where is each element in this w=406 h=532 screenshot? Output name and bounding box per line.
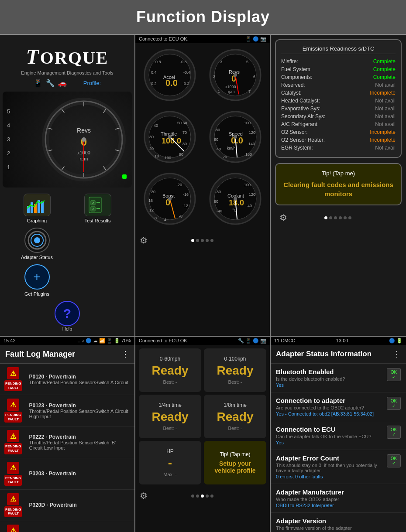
fault-item-5[interactable]: ⚠ PENDINGFAULT P110F - Powertrain xyxy=(0,521,134,532)
em-dot-3[interactable] xyxy=(334,216,337,219)
adapter-section-5: Adapter Version The firmware version of … xyxy=(271,513,406,532)
svg-text:120: 120 xyxy=(249,130,255,135)
perf-status-text: Connected to ECU OK. xyxy=(139,338,189,344)
dot-5[interactable] xyxy=(210,239,213,242)
svg-text:0.4: 0.4 xyxy=(151,70,157,75)
svg-text:20: 20 xyxy=(223,155,227,159)
svg-text:40: 40 xyxy=(217,147,221,151)
perf-tip-box[interactable]: Tip! (Tap me) Setup your vehicle profile xyxy=(204,441,266,484)
emission-value-7: Not avail xyxy=(375,113,396,119)
emission-value-8: Not avail xyxy=(375,121,396,127)
adapter-section-inner-4: Adapter Manufacturer Who made the OBD2 a… xyxy=(276,488,401,508)
perf-dot-3[interactable] xyxy=(201,494,204,498)
fault-code-2: P0222 - Powertrain xyxy=(29,434,130,440)
fault-icon-0: ⚠ PENDINGFAULT xyxy=(4,367,22,391)
adapter-section-sub-4: Who made the OBD2 adapter xyxy=(276,497,401,502)
adapter-title: Adapter Status Information xyxy=(276,350,372,358)
adapter-section-title-3: Adapter Error Count xyxy=(276,454,383,462)
perf-0-60mph-value: Ready xyxy=(151,364,188,378)
adapter-status-button[interactable]: Adapter Status xyxy=(21,228,53,260)
adapter-status-icon xyxy=(24,228,50,253)
emission-row-7: Secondary Air Sys:Not avail xyxy=(281,113,396,120)
ok-badge-0: OK✓ xyxy=(387,368,401,381)
em-dot-4[interactable] xyxy=(339,216,342,219)
perf-dot-2[interactable] xyxy=(196,494,199,498)
svg-point-56 xyxy=(234,73,237,77)
fault-item-1[interactable]: ⚠ PENDINGFAULT P0123 - Powertrain Thrott… xyxy=(0,395,134,426)
fault-item-0[interactable]: ⚠ PENDINGFAULT P0120 - Powertrain Thrott… xyxy=(0,364,134,395)
test-results-button[interactable]: ✓ ✓ Test Results xyxy=(69,194,126,223)
gauge-side-numbers: 54321 xyxy=(7,105,10,174)
fault-item-4[interactable]: ⚠ PENDINGFAULT P320D - Powertrain xyxy=(0,490,134,521)
emissions-panel: Emissions Readiness s/DTC Misfire:Comple… xyxy=(271,35,406,336)
adapter-section-val-3: 0 errors, 0 other faults xyxy=(276,474,383,479)
em-dot-5[interactable] xyxy=(344,216,347,219)
perf-quarter-mile: 1/4m time Ready Best: - xyxy=(139,395,201,438)
graphing-button[interactable]: Graphing xyxy=(9,194,65,223)
adapter-section-1: Connection to adapter Are you connected … xyxy=(271,392,406,421)
get-plugins-button[interactable]: + Get Plugins xyxy=(9,264,65,297)
svg-text:100.0: 100.0 xyxy=(162,136,181,145)
fault-icon-1: ⚠ PENDINGFAULT xyxy=(4,399,22,423)
faultlog-panel: 15:42 ... ♪ 🔵 ☁ 📶 📱 🔋 70% Fault Log Mana… xyxy=(0,337,135,532)
perf-tip-text: Setup your vehicle profile xyxy=(208,460,262,474)
perf-dot-5[interactable] xyxy=(210,494,213,498)
adapter-menu-icon[interactable]: ⋮ xyxy=(393,349,401,359)
adapter-section-val-1: Yes - Connected to: obd2 [AB:33:81:56:34… xyxy=(276,411,383,416)
tip-box[interactable]: Tip! (Tap me) Clearing fault codes and e… xyxy=(275,163,402,205)
emission-label-7: Secondary Air Sys: xyxy=(281,113,325,119)
perf-dot-4[interactable] xyxy=(206,494,209,498)
fault-badge-2: PENDINGFAULT xyxy=(4,443,22,454)
em-dot-2[interactable] xyxy=(329,216,332,219)
svg-text:-40: -40 xyxy=(246,204,252,208)
emission-value-6: Not avail xyxy=(375,106,396,112)
page-title: Function Display xyxy=(0,8,406,26)
help-button[interactable]: ? Help xyxy=(0,301,134,336)
svg-text:100: 100 xyxy=(244,121,251,125)
perf-grid: 0-60mph Ready Best: - 0-100kph Ready Bes… xyxy=(135,345,270,488)
emission-label-0: Misfire: xyxy=(281,58,298,65)
dot-4[interactable] xyxy=(206,239,209,242)
fault-item-3[interactable]: ⚠ PENDINGFAULT P3203 - Powertrain xyxy=(0,458,134,490)
svg-text:✓: ✓ xyxy=(92,208,95,211)
perf-0-60mph-best: Best: - xyxy=(163,379,177,385)
em-dot-6[interactable] xyxy=(348,216,351,219)
svg-text:km/h: km/h xyxy=(227,146,236,150)
tip-header: Tip! (Tap me) xyxy=(282,170,395,177)
profile-link[interactable]: Profile: xyxy=(83,80,101,86)
perf-quarter-mile-label: 1/4m time xyxy=(158,402,182,408)
svg-text:120: 120 xyxy=(249,192,255,197)
emissions-settings-icon[interactable]: ⚙ xyxy=(279,212,287,223)
svg-point-101 xyxy=(168,197,172,201)
fault-item-2[interactable]: ⚠ PENDINGFAULT P0222 - Powertrain Thrott… xyxy=(0,426,134,458)
car2-icon: 🚗 xyxy=(58,79,67,87)
adapter-section-3: Adapter Error Count This should stay on … xyxy=(271,450,406,484)
em-dot-1[interactable] xyxy=(324,216,327,219)
dot-1[interactable] xyxy=(191,239,194,242)
dot-2[interactable] xyxy=(196,239,199,242)
perf-settings-icon[interactable]: ⚙ xyxy=(140,491,148,501)
perf-0-60mph: 0-60mph Ready Best: - xyxy=(139,348,201,392)
svg-text:10: 10 xyxy=(155,154,159,158)
faultlog-menu-icon[interactable]: ⋮ xyxy=(121,349,129,359)
perf-dot-1[interactable] xyxy=(191,494,194,498)
svg-text:-12: -12 xyxy=(182,204,188,208)
perf-0-60mph-label: 0-60mph xyxy=(160,356,180,362)
help-icon: ? xyxy=(55,301,80,326)
perf-0-100kph-best: Best: - xyxy=(228,379,242,385)
get-plugins-icon: + xyxy=(24,264,50,290)
fault-desc-0: Throttle/Pedal Position Sensor/Switch A … xyxy=(29,380,130,385)
fault-badge-1: PENDINGFAULT xyxy=(4,412,22,423)
perf-0-100kph-value: Ready xyxy=(217,364,253,378)
test-results-icon: ✓ ✓ xyxy=(84,194,111,216)
test-results-label: Test Results xyxy=(85,218,111,223)
fault-info-0: P0120 - Powertrain Throttle/Pedal Positi… xyxy=(29,374,130,385)
gauges-settings-icon[interactable]: ⚙ xyxy=(140,235,148,246)
fault-icon-4: ⚠ PENDINGFAULT xyxy=(4,493,22,517)
emissions-footer: ⚙ xyxy=(275,209,402,226)
fault-icon-2: ⚠ PENDINGFAULT xyxy=(4,430,22,454)
adapter-section-inner-5: Adapter Version The firmware version of … xyxy=(276,517,401,532)
adapter-section-sub-2: Can the adapter talk OK to the vehicle E… xyxy=(276,434,383,439)
speed-gauge: 80 100 60 120 40 140 20 160 Speed 0.0 km… xyxy=(204,109,266,167)
dot-3[interactable] xyxy=(201,239,204,242)
